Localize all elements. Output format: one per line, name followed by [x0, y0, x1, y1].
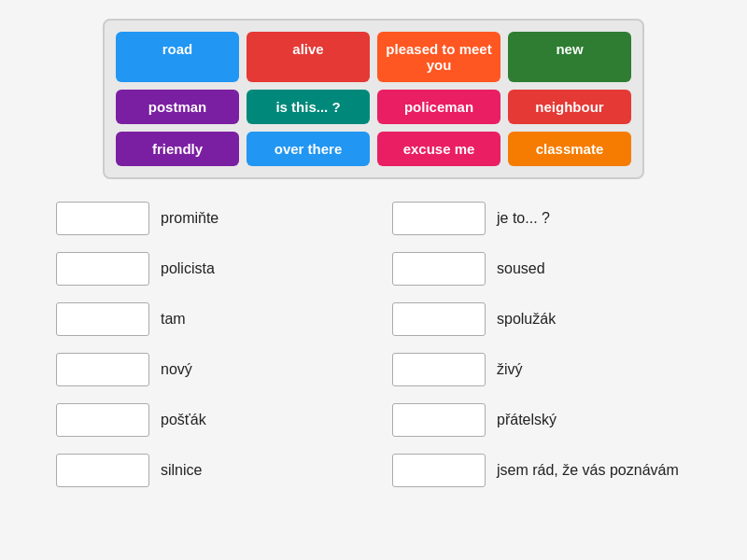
- match-row-zivy: živý: [392, 353, 691, 386]
- answer-box-silnice[interactable]: [56, 454, 149, 487]
- match-label-zivy: živý: [497, 361, 523, 378]
- answer-box-je-to[interactable]: [392, 202, 486, 235]
- word-tile-neighbour[interactable]: neighbour: [508, 90, 631, 124]
- word-tile-pleased[interactable]: pleased to meet you: [377, 32, 500, 82]
- match-row-policista: policista: [56, 252, 355, 286]
- match-label-soused: soused: [497, 260, 545, 277]
- word-tile-over-there[interactable]: over there: [247, 132, 370, 166]
- right-column: je to... ?sousedspolužákživýpřátelskýjse…: [392, 202, 691, 504]
- word-tile-is-this[interactable]: is this... ?: [247, 90, 370, 124]
- word-tile-friendly[interactable]: friendly: [116, 132, 239, 166]
- word-tile-new[interactable]: new: [508, 32, 631, 82]
- word-tile-postman[interactable]: postman: [116, 90, 239, 124]
- answer-box-jsem-rad[interactable]: [392, 454, 486, 487]
- match-row-silnice: silnice: [56, 454, 355, 487]
- match-label-spoluzak: spolužák: [497, 311, 556, 328]
- match-label-pratelsky: přátelský: [497, 412, 557, 428]
- answer-box-postak[interactable]: [56, 403, 149, 437]
- matching-area: promiňtepolicistatamnovýpošťáksilnice je…: [37, 202, 710, 504]
- match-label-je-to: je to... ?: [497, 210, 550, 227]
- match-row-pratelsky: přátelský: [392, 403, 691, 437]
- match-row-tam: tam: [56, 302, 355, 336]
- match-label-postak: pošťák: [161, 412, 206, 428]
- match-row-postak: pošťák: [56, 403, 355, 437]
- answer-box-zivy[interactable]: [392, 353, 486, 386]
- answer-box-soused[interactable]: [392, 252, 486, 286]
- answer-box-novy[interactable]: [56, 353, 149, 386]
- match-row-soused: soused: [392, 252, 691, 286]
- match-row-spoluzak: spolužák: [392, 302, 691, 336]
- answer-box-spoluzak[interactable]: [392, 302, 486, 336]
- match-row-novy: nový: [56, 353, 355, 386]
- word-tile-policeman[interactable]: policeman: [377, 90, 500, 124]
- answer-box-prominte[interactable]: [56, 202, 149, 235]
- match-row-prominte: promiňte: [56, 202, 355, 235]
- match-label-silnice: silnice: [161, 462, 202, 479]
- left-column: promiňtepolicistatamnovýpošťáksilnice: [56, 202, 355, 504]
- answer-box-tam[interactable]: [56, 302, 149, 336]
- match-label-novy: nový: [161, 361, 192, 378]
- match-label-policista: policista: [161, 260, 215, 277]
- match-label-prominte: promiňte: [161, 210, 218, 227]
- word-tile-alive[interactable]: alive: [247, 32, 370, 82]
- match-label-jsem-rad: jsem rád, že vás poznávám: [497, 462, 679, 479]
- match-label-tam: tam: [161, 311, 186, 328]
- word-tile-road[interactable]: road: [116, 32, 239, 82]
- word-bank: roadalivepleased to meet younewpostmanis…: [103, 19, 644, 179]
- match-row-je-to: je to... ?: [392, 202, 691, 235]
- answer-box-pratelsky[interactable]: [392, 403, 486, 437]
- answer-box-policista[interactable]: [56, 252, 149, 286]
- word-tile-excuse-me[interactable]: excuse me: [377, 132, 500, 166]
- word-tile-classmate[interactable]: classmate: [508, 132, 631, 166]
- match-row-jsem-rad: jsem rád, že vás poznávám: [392, 454, 691, 487]
